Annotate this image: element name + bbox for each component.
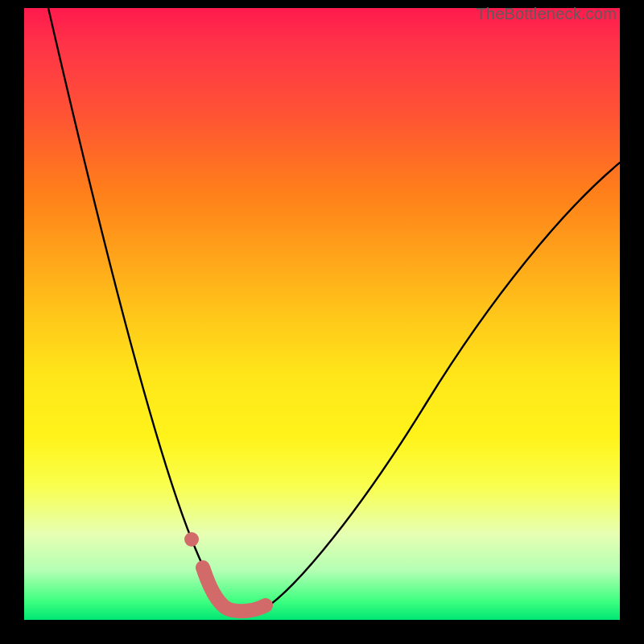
optimal-range-marker bbox=[203, 568, 266, 611]
chart-svg bbox=[24, 8, 620, 620]
watermark-text: TheBottleneck.com bbox=[476, 5, 617, 23]
bottleneck-curve bbox=[48, 8, 620, 615]
chart-plot-area bbox=[24, 8, 620, 620]
marker-dot bbox=[184, 532, 199, 547]
